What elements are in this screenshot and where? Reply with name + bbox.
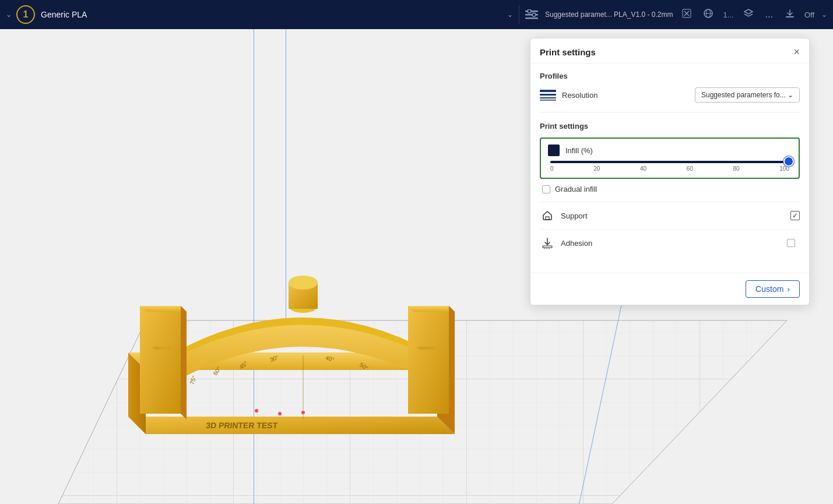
svg-rect-12 (786, 16, 794, 17)
printer-name-label: Generic PLA (41, 10, 507, 19)
top-bar-right: Suggested paramet... PLA_V1.0 - 0.2mm 1.… (519, 7, 833, 22)
profile-text: Suggested paramet... PLA_V1.0 - 0.2mm (545, 10, 673, 19)
infill-label: Infill (%) (565, 146, 593, 155)
support-label: Support (561, 212, 790, 220)
support-icon (540, 208, 555, 223)
top-chevron-down[interactable]: ⌄ (821, 10, 827, 19)
infill-row: Infill (%) 0 20 40 60 80 (540, 138, 800, 179)
top-bar: ⌄ 1 Generic PLA ⌄ Suggested paramet... P… (0, 0, 833, 29)
panel-footer: Custom › (530, 273, 809, 305)
download-button[interactable] (782, 7, 797, 22)
resolution-dropdown[interactable]: Suggested parameters fo... ⌄ (695, 87, 800, 103)
off-toggle[interactable]: Off (804, 10, 814, 19)
gradual-infill-checkbox[interactable] (542, 185, 550, 193)
adhesion-icon (540, 235, 555, 251)
support-checkbox[interactable]: ✓ (790, 211, 800, 220)
custom-btn-label: Custom (755, 284, 783, 294)
panel-body: Profiles Resolution Suggested parameters… (530, 64, 809, 273)
printer-dropdown-arrow[interactable]: ⌄ (507, 10, 513, 19)
resolution-dropdown-text: Suggested parameters fo... (701, 91, 786, 99)
slider-labels: 0 20 40 60 80 100 (550, 165, 789, 172)
svg-point-3 (528, 9, 531, 13)
slices-icon-button[interactable] (701, 7, 716, 22)
print-settings-panel: Print settings × Profiles Resolution Sug… (530, 38, 810, 305)
resolution-dropdown-arrow: ⌄ (788, 91, 793, 99)
svg-rect-2 (525, 17, 538, 19)
panel-header: Print settings × (530, 38, 809, 64)
svg-marker-14 (58, 320, 787, 504)
profile-settings-icon (525, 9, 538, 20)
slider-track (550, 161, 789, 163)
resolution-label: Resolution (562, 91, 695, 100)
support-checkmark: ✓ (792, 212, 798, 219)
panel-title: Print settings (540, 47, 596, 57)
left-dropdown-arrow[interactable]: ⌄ (6, 10, 12, 19)
slider-label-40: 40 (640, 165, 646, 172)
custom-button[interactable]: Custom › (746, 280, 800, 298)
close-profile-button[interactable] (680, 8, 694, 22)
support-row: Support ✓ (540, 202, 800, 229)
profiles-row: Resolution Suggested parameters fo... ⌄ (540, 87, 800, 112)
print-settings-section-label: Print settings (540, 122, 800, 131)
panel-close-button[interactable]: × (793, 47, 800, 57)
infill-slider[interactable]: 0 20 40 60 80 100 (548, 161, 792, 172)
slider-thumb[interactable] (783, 156, 794, 167)
svg-rect-43 (540, 94, 556, 96)
adhesion-row: Adhesion (540, 229, 800, 256)
svg-rect-45 (540, 100, 556, 101)
guide-line-vertical-2 (286, 29, 286, 338)
infill-header: Infill (%) (548, 144, 792, 156)
slider-label-60: 60 (687, 165, 693, 172)
printer-number-badge: 1 (16, 5, 35, 24)
svg-point-4 (532, 13, 536, 16)
infill-color-box (548, 144, 560, 156)
svg-rect-42 (540, 90, 556, 92)
custom-btn-arrow: › (787, 284, 790, 294)
more-options-button[interactable]: ... (763, 8, 775, 21)
slider-label-20: 20 (593, 165, 600, 172)
svg-rect-44 (540, 97, 556, 98)
slider-label-0: 0 (550, 165, 554, 172)
svg-rect-48 (543, 246, 552, 248)
layers-icon-button[interactable] (741, 7, 756, 22)
profiles-section-label: Profiles (540, 72, 800, 80)
print-settings-section: Print settings Infill (%) 0 (540, 122, 800, 256)
adhesion-checkbox[interactable] (787, 239, 795, 247)
resolution-icon (540, 89, 556, 101)
gradual-infill-label: Gradual infill (555, 185, 597, 193)
svg-marker-11 (744, 9, 753, 14)
printer-selector[interactable]: ⌄ 1 Generic PLA ⌄ (0, 5, 519, 24)
gradual-infill-row: Gradual infill (540, 185, 800, 193)
guide-line-vertical-1 (254, 29, 254, 504)
slice-count-badge: 1... (723, 10, 733, 19)
slider-fill (550, 161, 789, 163)
main-viewport: 3D PRINTER TEST 75° 60° 45° 30° 40° 50° … (0, 29, 833, 504)
adhesion-label: Adhesion (561, 239, 787, 248)
slider-label-80: 80 (733, 165, 740, 172)
